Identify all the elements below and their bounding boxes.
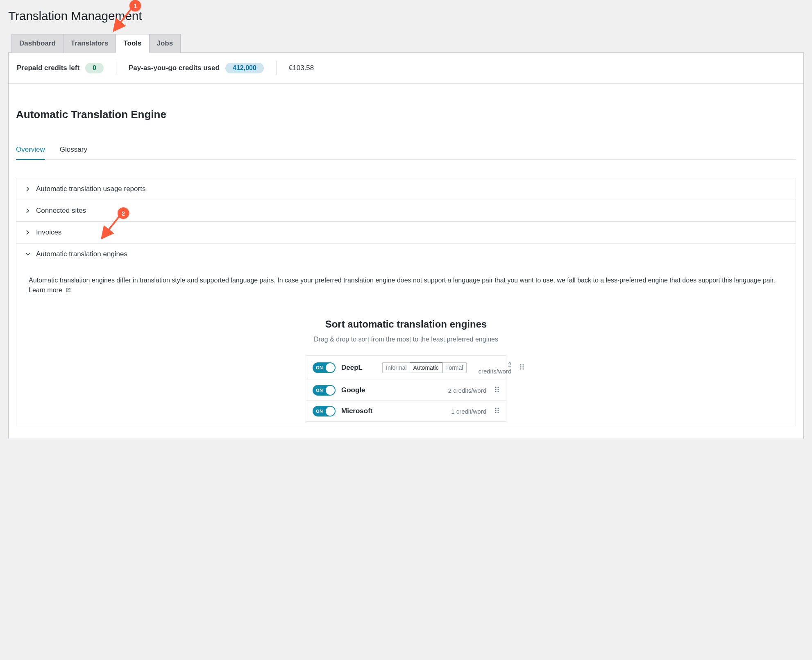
- engine-toggle[interactable]: ON: [313, 406, 336, 416]
- accordion-item-connected-sites[interactable]: Connected sites: [16, 200, 796, 221]
- subtab-overview[interactable]: Overview: [16, 146, 45, 159]
- toggle-on-label: ON: [316, 409, 323, 414]
- engine-name: DeepL: [341, 364, 374, 372]
- svg-point-8: [495, 389, 496, 390]
- prepaid-credits-label: Prepaid credits left: [17, 64, 79, 72]
- engines-description: Automatic translation engines differ in …: [29, 275, 783, 296]
- accordion-item-invoices[interactable]: Invoices: [16, 222, 796, 243]
- tools-panel: Prepaid credits left 0 Pay-as-you-go cre…: [8, 52, 804, 439]
- learn-more-link[interactable]: Learn more: [29, 287, 62, 294]
- toggle-knob: [326, 407, 335, 416]
- accordion: Automatic translation usage reports Conn…: [16, 178, 796, 426]
- engines-panel-body: Automatic translation engines differ in …: [16, 265, 796, 426]
- engine-name: Google: [341, 386, 374, 394]
- engine-toggle[interactable]: ON: [313, 385, 336, 396]
- tab-translators[interactable]: Translators: [63, 34, 116, 53]
- toggle-knob: [326, 386, 335, 395]
- formality-formal[interactable]: Formal: [442, 363, 467, 373]
- toggle-on-label: ON: [316, 365, 323, 370]
- formality-automatic[interactable]: Automatic: [410, 363, 442, 373]
- engine-row-deepl[interactable]: ON DeepL Informal Automatic Formal: [306, 356, 506, 380]
- svg-point-3: [523, 366, 524, 367]
- sort-engines-subtitle: Drag & drop to sort from the most to the…: [29, 336, 783, 343]
- sub-tabs: Overview Glossary: [16, 146, 796, 160]
- tab-tools[interactable]: Tools: [116, 34, 149, 53]
- divider: [116, 61, 116, 75]
- prepaid-credits-value: 0: [85, 63, 104, 73]
- page-title: Translation Management: [8, 9, 804, 23]
- payg-credits-value: 412,000: [225, 63, 264, 73]
- svg-point-5: [523, 368, 524, 369]
- svg-point-4: [520, 368, 522, 369]
- accordion-label: Automatic translation usage reports: [36, 185, 145, 193]
- svg-point-10: [495, 391, 496, 392]
- engine-cost: 1 credit/word: [451, 408, 486, 415]
- formality-selector[interactable]: Informal Automatic Formal: [382, 362, 467, 373]
- engine-row-google[interactable]: ON Google 2 credits/word: [306, 380, 506, 401]
- drag-handle-icon[interactable]: [492, 407, 499, 415]
- svg-point-17: [497, 412, 499, 413]
- svg-point-7: [497, 387, 499, 388]
- external-link-icon: [66, 286, 71, 296]
- chevron-right-icon: [25, 187, 30, 191]
- engines-list: ON DeepL Informal Automatic Formal: [306, 355, 506, 422]
- svg-point-11: [497, 391, 499, 392]
- tab-jobs[interactable]: Jobs: [149, 34, 181, 53]
- svg-point-13: [497, 407, 499, 409]
- engine-name: Microsoft: [341, 407, 374, 415]
- engine-cost: 2 credits/word: [478, 361, 511, 375]
- chevron-right-icon: [25, 208, 30, 213]
- main-tabs: Dashboard Translators Tools Jobs: [11, 34, 804, 52]
- formality-informal[interactable]: Informal: [383, 363, 410, 373]
- section-title: Automatic Translation Engine: [16, 108, 796, 121]
- sort-engines-title: Sort automatic translation engines: [29, 319, 783, 330]
- svg-point-0: [520, 364, 522, 365]
- tab-dashboard[interactable]: Dashboard: [11, 34, 64, 53]
- svg-point-16: [495, 412, 496, 413]
- accordion-label: Automatic translation engines: [36, 250, 127, 258]
- drag-handle-icon[interactable]: [517, 364, 524, 372]
- svg-point-6: [495, 387, 496, 388]
- payg-credits-label: Pay-as-you-go credits used: [129, 64, 220, 72]
- accordion-label: Connected sites: [36, 207, 86, 215]
- svg-point-15: [497, 410, 499, 411]
- chevron-right-icon: [25, 230, 30, 235]
- svg-point-2: [520, 366, 522, 367]
- toggle-knob: [326, 363, 335, 372]
- drag-handle-icon[interactable]: [492, 386, 499, 394]
- accordion-item-usage-reports[interactable]: Automatic translation usage reports: [16, 178, 796, 200]
- engine-cost: 2 credits/word: [448, 387, 486, 394]
- divider: [276, 61, 277, 75]
- accordion-item-engines[interactable]: Automatic translation engines: [16, 244, 796, 265]
- chevron-down-icon: [25, 252, 30, 257]
- svg-point-1: [523, 364, 524, 365]
- credits-amount: €103.58: [289, 64, 314, 72]
- toggle-on-label: ON: [316, 388, 323, 393]
- subtab-glossary[interactable]: Glossary: [60, 146, 87, 159]
- engine-toggle[interactable]: ON: [313, 362, 336, 373]
- engine-row-microsoft[interactable]: ON Microsoft 1 credit/word: [306, 401, 506, 422]
- svg-point-12: [495, 407, 496, 409]
- accordion-label: Invoices: [36, 228, 61, 237]
- credits-bar: Prepaid credits left 0 Pay-as-you-go cre…: [9, 53, 803, 84]
- svg-point-9: [497, 389, 499, 390]
- svg-point-14: [495, 410, 496, 411]
